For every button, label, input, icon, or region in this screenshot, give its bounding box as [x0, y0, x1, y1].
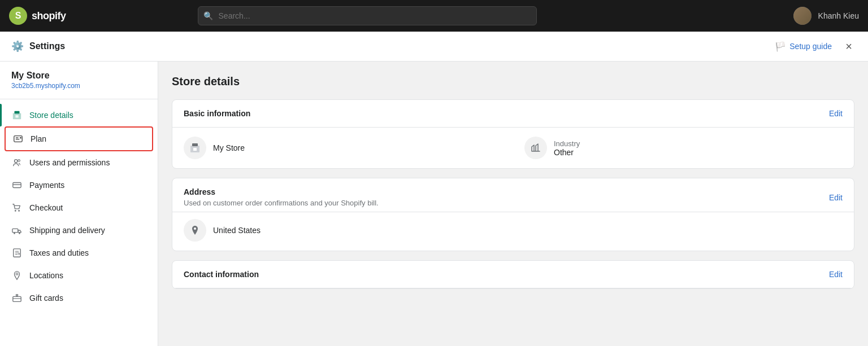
store-icon	[11, 110, 23, 121]
locations-icon	[11, 270, 23, 281]
contact-card: Contact information Edit	[172, 260, 854, 289]
store-name-col: My Store	[184, 137, 502, 159]
address-title: Address	[184, 187, 379, 196]
address-edit-button[interactable]: Edit	[829, 193, 843, 202]
search-bar: 🔍	[198, 6, 537, 25]
sidebar-item-checkout-label: Checkout	[29, 203, 63, 212]
sidebar-item-payments[interactable]: Payments	[0, 174, 158, 196]
svg-point-9	[18, 210, 20, 212]
industry-label: Industry	[554, 139, 580, 148]
topbar-right: Khanh Kieu	[793, 7, 859, 25]
svg-rect-3	[14, 136, 22, 142]
basic-info-header: Basic information Edit	[172, 100, 854, 128]
gear-icon: ⚙️	[11, 40, 24, 52]
store-info: My Store 3cb2b5.myshopify.com	[0, 71, 158, 99]
sidebar-item-plan-label: Plan	[31, 134, 46, 143]
svg-rect-7	[13, 183, 21, 188]
gift-cards-icon	[11, 292, 23, 304]
sidebar-item-users-permissions[interactable]: Users and permissions	[0, 151, 158, 174]
industry-icon	[524, 137, 547, 159]
contact-edit-button[interactable]: Edit	[829, 270, 843, 279]
sidebar-item-checkout[interactable]: Checkout	[0, 196, 158, 219]
search-input[interactable]	[198, 6, 537, 25]
sidebar-item-taxes[interactable]: Taxes and duties	[0, 242, 158, 264]
close-button[interactable]: ×	[841, 38, 857, 54]
basic-info-title: Basic information	[184, 109, 250, 118]
basic-info-card: Basic information Edit My Store	[172, 99, 854, 169]
topbar: S shopify 🔍 Khanh Kieu	[0, 0, 868, 32]
main-content: My Store 3cb2b5.myshopify.com Store deta…	[0, 62, 868, 346]
settings-header-right: 🏳️ Setup guide ×	[775, 38, 857, 54]
avatar[interactable]	[793, 7, 811, 25]
svg-rect-15	[13, 296, 21, 301]
store-name-value: My Store	[213, 143, 245, 152]
basic-info-edit-button[interactable]: Edit	[829, 109, 843, 118]
svg-rect-1	[15, 111, 20, 114]
avatar-image	[793, 7, 811, 25]
plan-icon	[12, 133, 24, 144]
sidebar-item-store-details[interactable]: Store details	[0, 104, 158, 126]
users-icon	[11, 157, 23, 168]
address-card: Address Used on customer order confirmat…	[172, 178, 854, 251]
content-area: Store details Basic information Edit	[158, 62, 868, 346]
sidebar-item-shipping-label: Shipping and delivery	[29, 226, 105, 235]
logo-text: shopify	[32, 10, 66, 22]
store-url[interactable]: 3cb2b5.myshopify.com	[11, 82, 146, 90]
svg-point-4	[20, 137, 21, 139]
address-title-wrap: Address Used on customer order confirmat…	[184, 187, 379, 207]
sidebar-item-gift-cards-label: Gift cards	[29, 294, 63, 303]
sidebar: My Store 3cb2b5.myshopify.com Store deta…	[0, 62, 158, 346]
svg-rect-17	[192, 143, 198, 146]
sidebar-item-locations-label: Locations	[29, 271, 63, 280]
payments-icon	[11, 179, 23, 191]
address-body: United States	[172, 212, 854, 251]
page-title: Store details	[172, 75, 854, 88]
address-header: Address Used on customer order confirmat…	[172, 178, 854, 212]
industry-text-wrap: Industry Other	[554, 139, 580, 157]
svg-rect-10	[12, 229, 18, 232]
settings-panel: ⚙️ Settings 🏳️ Setup guide × My Store 3c…	[0, 32, 868, 346]
sidebar-item-shipping[interactable]: Shipping and delivery	[0, 219, 158, 242]
store-name: My Store	[11, 71, 50, 80]
svg-rect-2	[15, 115, 18, 118]
sidebar-item-gift-cards[interactable]: Gift cards	[0, 287, 158, 309]
checkout-icon	[11, 202, 23, 213]
svg-point-14	[16, 273, 18, 275]
location-pin-icon	[184, 219, 206, 242]
svg-point-11	[14, 233, 15, 234]
sidebar-item-locations[interactable]: Locations	[0, 264, 158, 287]
user-name: Khanh Kieu	[818, 11, 859, 20]
settings-header: ⚙️ Settings 🏳️ Setup guide ×	[0, 32, 868, 62]
address-description: Used on customer order confirmations and…	[184, 199, 379, 207]
contact-header: Contact information Edit	[172, 261, 854, 288]
address-row: United States	[184, 219, 843, 242]
settings-title-row: ⚙️ Settings	[11, 40, 65, 52]
logo[interactable]: S shopify	[9, 7, 66, 25]
svg-point-5	[15, 160, 18, 163]
sidebar-item-store-details-label: Store details	[29, 111, 73, 120]
svg-rect-18	[193, 148, 197, 151]
taxes-icon	[11, 247, 23, 259]
svg-point-19	[194, 227, 196, 230]
basic-info-body: My Store Industry Other	[172, 128, 854, 168]
flag-icon: 🏳️	[775, 41, 786, 52]
svg-point-12	[19, 233, 20, 234]
contact-title: Contact information	[184, 270, 259, 279]
shipping-icon	[11, 225, 23, 236]
store-name-icon	[184, 137, 206, 159]
address-country: United States	[213, 226, 261, 235]
sidebar-item-plan[interactable]: Plan	[5, 126, 153, 151]
setup-guide-label: Setup guide	[789, 42, 832, 51]
search-icon: 🔍	[203, 11, 213, 20]
sidebar-item-taxes-label: Taxes and duties	[29, 248, 89, 257]
sidebar-item-users-label: Users and permissions	[29, 158, 110, 167]
svg-point-6	[18, 160, 20, 162]
industry-col: Industry Other	[524, 137, 843, 159]
setup-guide-button[interactable]: 🏳️ Setup guide	[775, 41, 832, 52]
industry-value: Other	[554, 148, 580, 157]
settings-title: Settings	[29, 41, 65, 51]
svg-point-8	[15, 210, 16, 212]
logo-icon: S	[9, 7, 27, 25]
sidebar-item-payments-label: Payments	[29, 181, 64, 190]
